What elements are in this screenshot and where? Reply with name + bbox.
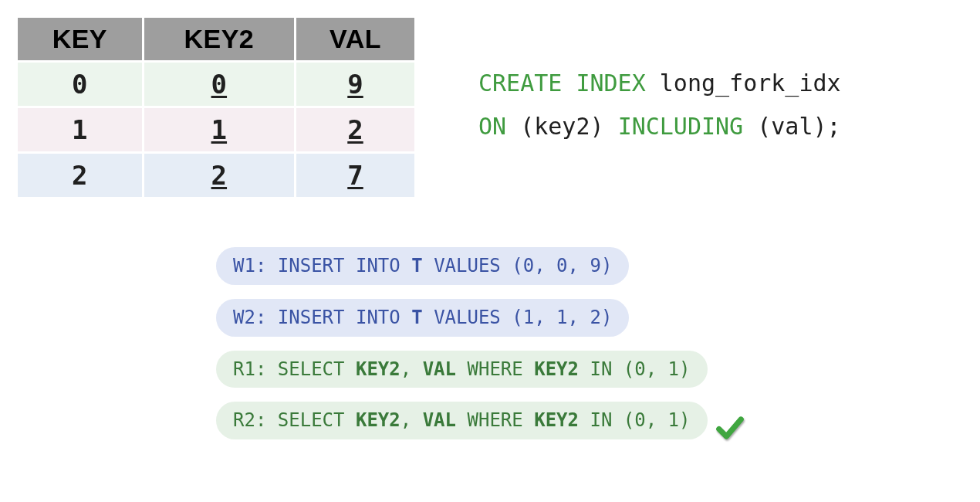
cell-key2: 0 xyxy=(143,62,295,107)
stmt-col: KEY2 xyxy=(534,358,579,380)
stmt-w2: W2: INSERT INTO T VALUES (1, 1, 2) xyxy=(216,299,629,337)
ddl-paren-close: ) xyxy=(590,113,604,140)
stmt-kw: SELECT xyxy=(278,409,345,431)
cell-key: 2 xyxy=(17,153,144,198)
col-key2: KEY2 xyxy=(143,17,295,62)
stmt-label: W1: xyxy=(233,255,266,276)
stmt-col: KEY2 xyxy=(356,358,400,380)
cell-val: 9 xyxy=(295,62,415,107)
ddl-create-index-kw: CREATE INDEX xyxy=(478,70,646,97)
stmt-kw: INSERT INTO xyxy=(278,255,400,276)
col-val: VAL xyxy=(295,17,415,62)
stmt-w1: W1: INSERT INTO T VALUES (0, 0, 9) xyxy=(216,247,629,285)
ddl-paren-open: ( xyxy=(520,113,534,140)
stmt-r1: R1: SELECT KEY2, VAL WHERE KEY2 IN (0, 1… xyxy=(216,351,708,388)
stmt-tuple: (0, 0, 9) xyxy=(512,255,612,276)
stmt-col: VAL xyxy=(423,409,456,431)
table-header-row: KEY KEY2 VAL xyxy=(17,17,416,62)
cell-key2: 2 xyxy=(143,153,295,198)
stmt-in: IN xyxy=(590,409,612,431)
stmt-mid: VALUES xyxy=(434,307,501,328)
table-row: 0 0 9 xyxy=(17,62,416,107)
stmt-where: WHERE xyxy=(467,409,522,431)
stmt-label: R1: xyxy=(233,358,266,380)
check-icon xyxy=(715,413,745,443)
stmt-table: T xyxy=(411,255,422,276)
data-table: KEY KEY2 VAL 0 0 9 1 1 2 2 2 7 xyxy=(15,15,417,199)
stmt-tuple: (0, 1) xyxy=(623,409,691,431)
ddl-including-kw: INCLUDING xyxy=(618,113,744,140)
stmt-r2: R2: SELECT KEY2, VAL WHERE KEY2 IN (0, 1… xyxy=(216,402,708,439)
index-ddl: CREATE INDEX long_fork_idx ON (key2) INC… xyxy=(478,62,841,148)
stmt-tuple: (0, 1) xyxy=(623,358,691,380)
stmt-mid: VALUES xyxy=(434,255,501,276)
ddl-paren-close: ); xyxy=(813,113,841,140)
stmt-col: VAL xyxy=(423,358,456,380)
cell-key: 0 xyxy=(17,62,144,107)
stmt-comma: , xyxy=(400,358,411,380)
ddl-paren-open: ( xyxy=(757,113,771,140)
stmt-kw: INSERT INTO xyxy=(278,307,400,328)
stmt-col: KEY2 xyxy=(534,409,579,431)
ddl-index-name: long_fork_idx xyxy=(660,70,841,97)
cell-val: 2 xyxy=(295,107,415,153)
stmt-col: KEY2 xyxy=(356,409,400,431)
stmt-kw: SELECT xyxy=(278,358,345,380)
ddl-on-kw: ON xyxy=(478,113,506,140)
stmt-label: R2: xyxy=(233,409,266,431)
statements: W1: INSERT INTO T VALUES (0, 0, 9) W2: I… xyxy=(216,247,745,453)
stmt-comma: , xyxy=(400,409,411,431)
cell-key2: 1 xyxy=(143,107,295,153)
col-key: KEY xyxy=(17,17,144,62)
diagram-stage: KEY KEY2 VAL 0 0 9 1 1 2 2 2 7 xyxy=(0,0,980,502)
stmt-table: T xyxy=(411,307,422,328)
stmt-tuple: (1, 1, 2) xyxy=(512,307,612,328)
stmt-in: IN xyxy=(590,358,612,380)
ddl-inc-col: val xyxy=(771,113,813,140)
table-row: 1 1 2 xyxy=(17,107,416,153)
stmt-where: WHERE xyxy=(467,358,522,380)
table-row: 2 2 7 xyxy=(17,153,416,198)
cell-key: 1 xyxy=(17,107,144,153)
cell-val: 7 xyxy=(295,153,415,198)
stmt-label: W2: xyxy=(233,307,266,328)
ddl-on-col: key2 xyxy=(534,113,590,140)
